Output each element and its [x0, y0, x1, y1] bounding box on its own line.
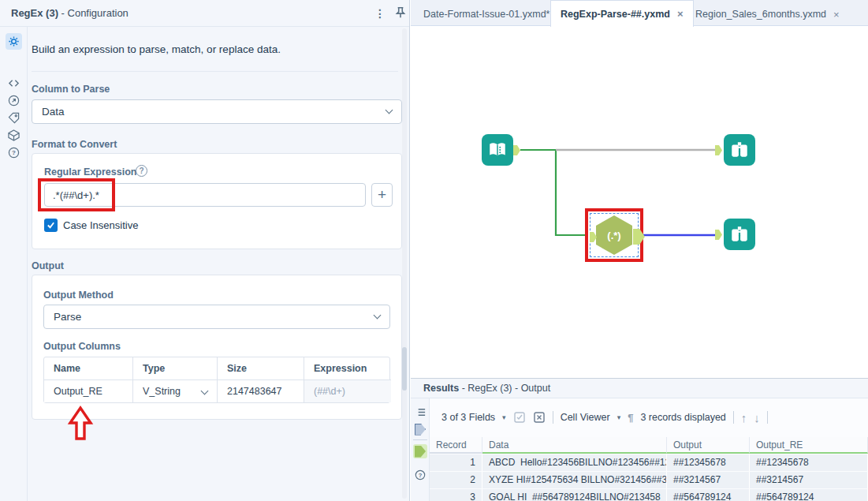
regex-output-anchor	[633, 229, 645, 245]
tag-icon[interactable]	[6, 110, 22, 126]
connection-wires	[411, 26, 868, 378]
chevron-down-icon	[386, 107, 393, 114]
tab-label: Region_Sales_6months.yxmd	[695, 9, 826, 20]
regex-highlight-box	[38, 178, 115, 211]
input-data-tool[interactable]	[482, 134, 513, 166]
table-cell[interactable]: ##564789124	[750, 489, 868, 501]
strip-divider	[413, 439, 427, 440]
tab-label: RegExp-Parse-##.yxmd	[561, 9, 670, 20]
column-to-parse-label: Column to Parse	[32, 84, 110, 95]
close-icon[interactable]: ×	[833, 9, 840, 21]
scroll-up-icon[interactable]: ↑	[741, 411, 747, 424]
results-title-suffix: - RegEx (3) - Output	[459, 383, 550, 394]
table-cell[interactable]: 1	[430, 454, 482, 471]
browse-tool-top[interactable]	[724, 134, 755, 166]
table-cell[interactable]: ##12345678	[750, 454, 868, 471]
output-type-cell[interactable]: V_String	[133, 380, 218, 402]
table-cell[interactable]: ##12345678	[667, 454, 750, 471]
configuration-header: RegEx (3) - Configuration ⋮	[0, 0, 409, 27]
browse-tool-bottom[interactable]	[724, 219, 755, 250]
triangle-down-icon: ▾	[502, 413, 506, 421]
column-to-parse-dropdown[interactable]: Data	[32, 99, 402, 124]
deselect-icon[interactable]	[533, 411, 546, 424]
chevron-down-icon	[374, 312, 382, 320]
table-cell[interactable]: ##3214567	[750, 472, 868, 488]
table-cell[interactable]: XYZE HI#125475634 BILLNO#321456##3214567	[482, 472, 667, 488]
output-anchor-button[interactable]	[413, 444, 427, 458]
svg-text:?: ?	[419, 472, 423, 479]
fields-dropdown[interactable]: 3 of 3 Fields	[441, 412, 495, 423]
divider	[32, 71, 398, 72]
format-to-convert-label: Format to Convert	[32, 139, 117, 150]
column-header-size: Size	[218, 357, 304, 380]
table-cell[interactable]: GOAL HI ##564789124BILLNO#213458	[482, 489, 667, 501]
table-cell[interactable]: ##564789124	[667, 489, 750, 501]
output-method-value: Parse	[54, 311, 81, 323]
table-cell[interactable]: 2	[430, 472, 482, 488]
table-cell[interactable]: ABCD Hello#123456BILLNO#123456##12345678…	[482, 454, 667, 471]
configuration-suffix: - Configuration	[58, 7, 129, 19]
table-cell[interactable]: 3	[430, 489, 482, 501]
regex-tool-glyph: (.*)	[607, 230, 620, 241]
results-header-output-re[interactable]: Output_RE	[750, 437, 868, 454]
kebab-menu-icon[interactable]: ⋮	[372, 6, 388, 21]
column-header-type: Type	[133, 357, 218, 380]
regex-tool-highlight-box: (.*)	[585, 208, 643, 262]
configuration-title: RegEx (3) - Configuration	[11, 0, 129, 27]
output-method-dropdown[interactable]: Parse	[43, 305, 390, 329]
results-panel: Results - RegEx (3) - Output ? 3 of 3 Fi…	[411, 378, 868, 501]
open-link-icon[interactable]	[6, 92, 22, 109]
scroll-down-icon[interactable]: ↓	[754, 411, 760, 424]
metadata-list-icon[interactable]	[413, 405, 427, 419]
column-header-name: Name	[44, 357, 133, 380]
package-icon[interactable]	[6, 127, 22, 144]
output-expression-cell: (##\d+)	[304, 380, 391, 402]
workflow-canvas[interactable]: (.*)	[411, 26, 868, 378]
tool-name: RegEx (3)	[11, 7, 58, 19]
book-icon	[487, 140, 508, 160]
results-help-icon[interactable]: ?	[413, 468, 427, 482]
table-cell[interactable]: ##3214567	[667, 472, 750, 488]
config-scrollbar[interactable]	[402, 28, 407, 499]
case-insensitive-checkbox[interactable]	[44, 219, 58, 232]
chevron-down-icon	[201, 387, 209, 394]
toolbar-separator	[733, 411, 734, 424]
triangle-down-icon: ▾	[617, 413, 621, 421]
results-icon-strip: ?	[411, 398, 430, 501]
toolbar-separator	[767, 411, 768, 424]
output-name-cell[interactable]: Output_RE	[44, 380, 133, 402]
tab-date-format-issue[interactable]: Date-Format-Issue-01.yxmd* ×	[414, 2, 572, 26]
close-icon[interactable]: ×	[677, 8, 684, 20]
tab-region-sales[interactable]: Region_Sales_6months.yxmd ×	[686, 2, 849, 26]
regex-tool-selection: (.*)	[590, 213, 639, 257]
results-header-output[interactable]: Output	[667, 437, 750, 454]
pin-icon[interactable]	[393, 6, 409, 21]
regex-help-icon[interactable]: ?	[136, 165, 147, 177]
config-scrollbar-thumb[interactable]	[402, 347, 407, 391]
gear-icon[interactable]	[6, 33, 22, 50]
results-title: Results	[423, 383, 459, 394]
code-icon[interactable]	[6, 75, 22, 92]
add-expression-button[interactable]: +	[371, 183, 393, 207]
tool-description: Build an expression to parse, match, or …	[32, 43, 281, 55]
records-displayed-text: 3 records displayed	[640, 412, 725, 423]
results-header-record[interactable]: Record	[430, 437, 482, 454]
binoculars-icon	[729, 224, 750, 245]
results-header-data[interactable]: Data	[482, 437, 667, 454]
help-icon[interactable]: ?	[6, 144, 22, 161]
input-anchor-button[interactable]	[413, 422, 427, 436]
config-icon-strip: ?	[0, 27, 28, 501]
cell-viewer-dropdown[interactable]: Cell Viewer	[561, 412, 610, 423]
select-all-icon[interactable]	[513, 411, 526, 424]
whitespace-toggle-icon[interactable]: ¶	[628, 412, 633, 424]
red-up-arrow-annotation	[66, 406, 95, 440]
tab-label: Date-Format-Issue-01.yxmd*	[423, 9, 549, 20]
output-size-cell[interactable]: 2147483647	[218, 380, 304, 402]
regex-tool[interactable]: (.*)	[596, 215, 632, 255]
results-toolbar: 3 of 3 Fields ▾ Cell Viewer ▾ ¶ 3 record…	[430, 404, 868, 431]
column-header-expression: Expression	[304, 357, 391, 380]
tab-regexp-parse[interactable]: RegExp-Parse-##.yxmd ×	[550, 0, 694, 27]
output-columns-table: Name Type Size Expression Output_RE V_St…	[43, 357, 390, 403]
column-to-parse-value: Data	[42, 106, 65, 118]
output-columns-label: Output Columns	[43, 341, 121, 352]
